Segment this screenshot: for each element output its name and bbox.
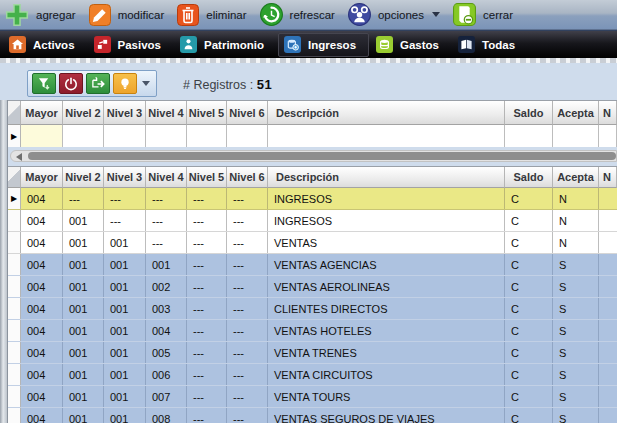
table-cell[interactable]: N: [553, 188, 599, 209]
table-cell[interactable]: 004: [21, 210, 63, 231]
tab-ingresos[interactable]: Ingresos: [278, 33, 369, 57]
filter-cell[interactable]: [505, 125, 553, 147]
table-cell[interactable]: ---: [187, 298, 227, 319]
table-cell[interactable]: 001: [63, 276, 104, 297]
filter-cell[interactable]: [146, 125, 187, 147]
filter-column-header[interactable]: Descripción: [268, 101, 505, 125]
horizontal-scrollbar[interactable]: [10, 150, 617, 162]
main-column-header[interactable]: Acepta: [553, 167, 599, 188]
table-cell[interactable]: S: [553, 276, 599, 297]
table-cell[interactable]: 001: [63, 320, 104, 341]
table-cell[interactable]: 002: [146, 276, 187, 297]
table-cell[interactable]: 001: [63, 364, 104, 385]
table-cell[interactable]: ---: [187, 188, 227, 209]
filter-cell[interactable]: [21, 125, 63, 147]
table-cell[interactable]: 004: [21, 386, 63, 407]
filter-cell[interactable]: [553, 125, 599, 147]
tab-gastos[interactable]: Gastos: [371, 33, 451, 57]
filter-column-header[interactable]: Acepta: [553, 101, 599, 125]
table-cell[interactable]: 005: [146, 342, 187, 363]
table-cell[interactable]: 004: [21, 320, 63, 341]
table-cell[interactable]: VENTA CIRCUITOS: [268, 364, 505, 385]
delete-button[interactable]: eliminar: [174, 2, 252, 28]
table-cell[interactable]: ---: [146, 210, 187, 231]
table-cell[interactable]: 004: [21, 276, 63, 297]
table-cell[interactable]: 004: [21, 408, 63, 423]
table-cell[interactable]: 001: [63, 298, 104, 319]
table-cell[interactable]: INGRESOS: [268, 188, 505, 209]
table-cell[interactable]: 004: [21, 342, 63, 363]
table-cell[interactable]: VENTA TRENES: [268, 342, 505, 363]
table-cell[interactable]: ---: [227, 408, 268, 423]
main-column-header[interactable]: Nivel 6: [227, 167, 268, 188]
table-cell[interactable]: 001: [63, 254, 104, 275]
table-cell[interactable]: ---: [104, 188, 146, 209]
table-cell[interactable]: C: [505, 188, 553, 209]
filter-cell[interactable]: [268, 125, 505, 147]
filter-column-header[interactable]: N: [599, 101, 617, 125]
table-cell[interactable]: 004: [21, 298, 63, 319]
table-cell[interactable]: ---: [63, 188, 104, 209]
table-cell[interactable]: C: [505, 386, 553, 407]
add-button[interactable]: agregar: [2, 1, 82, 29]
tab-activos[interactable]: Activos: [4, 33, 87, 57]
table-cell[interactable]: ---: [227, 298, 268, 319]
table-cell[interactable]: C: [505, 254, 553, 275]
table-cell[interactable]: INGRESOS: [268, 210, 505, 231]
main-column-header[interactable]: Mayor: [21, 167, 63, 188]
filter-cell[interactable]: [104, 125, 146, 147]
scrollbar-thumb[interactable]: [28, 152, 616, 160]
tips-button[interactable]: [113, 73, 137, 94]
table-cell[interactable]: N: [553, 232, 599, 253]
table-row[interactable]: 004001001001------VENTAS AGENCIASCS: [8, 254, 617, 276]
filter-cell[interactable]: [187, 125, 227, 147]
table-cell[interactable]: ---: [187, 254, 227, 275]
table-cell[interactable]: C: [505, 232, 553, 253]
options-dropdown-arrow-icon[interactable]: [432, 12, 440, 17]
table-cell[interactable]: 004: [21, 188, 63, 209]
table-cell[interactable]: S: [553, 408, 599, 423]
table-cell[interactable]: C: [505, 298, 553, 319]
tab-todas[interactable]: Todas: [453, 33, 527, 57]
table-cell[interactable]: 001: [63, 408, 104, 423]
filter-cell[interactable]: [63, 125, 104, 147]
tab-pasivos[interactable]: Pasivos: [89, 33, 173, 57]
main-column-header[interactable]: Nivel 5: [187, 167, 227, 188]
table-row[interactable]: ▶004---------------INGRESOSCN: [8, 188, 617, 210]
table-cell[interactable]: VENTAS: [268, 232, 505, 253]
table-cell[interactable]: S: [553, 364, 599, 385]
table-cell[interactable]: 001: [104, 342, 146, 363]
table-row[interactable]: 004001001005------VENTA TRENESCS: [8, 342, 617, 364]
table-cell[interactable]: 004: [146, 320, 187, 341]
main-column-header[interactable]: Descripción: [268, 167, 505, 188]
main-column-header[interactable]: Saldo: [505, 167, 553, 188]
edit-button[interactable]: modificar: [86, 2, 171, 28]
table-cell[interactable]: 004: [21, 254, 63, 275]
filter-column-header[interactable]: Nivel 2: [63, 101, 104, 125]
table-cell[interactable]: ---: [104, 210, 146, 231]
table-row[interactable]: 004001001008------VENTAS SEGUROS DE VIAJ…: [8, 408, 617, 423]
filter-column-header[interactable]: Saldo: [505, 101, 553, 125]
scroll-left-arrow-icon[interactable]: [16, 153, 22, 161]
table-cell[interactable]: 004: [21, 364, 63, 385]
export-button[interactable]: [86, 73, 110, 94]
table-cell[interactable]: 001: [63, 232, 104, 253]
table-cell[interactable]: ---: [187, 210, 227, 231]
table-row[interactable]: 004001001002------VENTAS AEROLINEASCS: [8, 276, 617, 298]
table-cell[interactable]: C: [505, 408, 553, 423]
power-button[interactable]: [59, 73, 83, 94]
table-row[interactable]: 004001001006------VENTA CIRCUITOSCS: [8, 364, 617, 386]
table-cell[interactable]: ---: [146, 188, 187, 209]
filter-column-header[interactable]: Mayor: [21, 101, 63, 125]
filter-column-header[interactable]: Nivel 5: [187, 101, 227, 125]
table-cell[interactable]: ---: [187, 342, 227, 363]
table-cell[interactable]: CLIENTES DIRECTOS: [268, 298, 505, 319]
table-cell[interactable]: 006: [146, 364, 187, 385]
main-column-header[interactable]: Nivel 3: [104, 167, 146, 188]
table-cell[interactable]: C: [505, 364, 553, 385]
main-column-header[interactable]: Nivel 4: [146, 167, 187, 188]
table-cell[interactable]: ---: [227, 276, 268, 297]
table-cell[interactable]: 008: [146, 408, 187, 423]
table-cell[interactable]: VENTAS AEROLINEAS: [268, 276, 505, 297]
table-cell[interactable]: C: [505, 320, 553, 341]
